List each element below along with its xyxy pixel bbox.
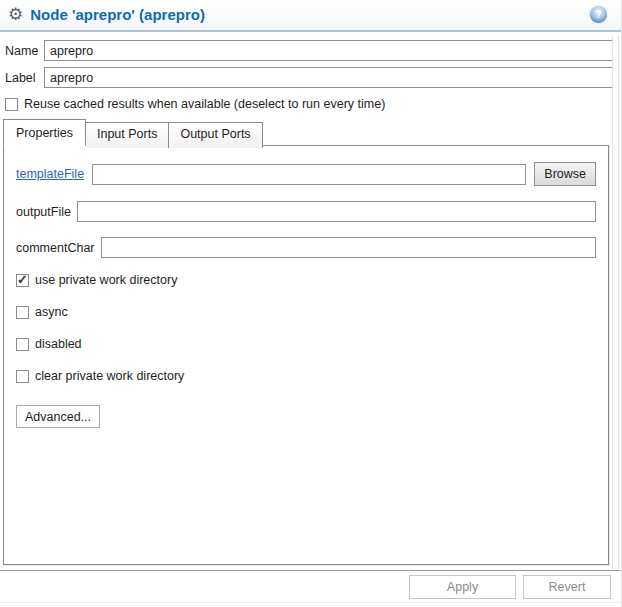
tab-output-ports[interactable]: Output Ports xyxy=(169,122,262,148)
browse-button[interactable]: Browse xyxy=(534,162,596,186)
reuse-cached-checkbox[interactable] xyxy=(5,98,18,111)
comment-char-input[interactable] xyxy=(101,237,597,258)
label-label: Label xyxy=(5,71,38,85)
async-label: async xyxy=(35,305,68,319)
template-file-input[interactable] xyxy=(92,164,526,185)
name-label: Name xyxy=(5,44,38,58)
apply-button[interactable]: Apply xyxy=(409,575,516,599)
output-file-input[interactable] xyxy=(77,201,596,222)
scrollbar-track[interactable] xyxy=(612,36,619,569)
use-private-work-directory-checkbox[interactable] xyxy=(16,274,29,287)
use-private-work-directory-label: use private work directory xyxy=(35,273,177,287)
label-input[interactable] xyxy=(44,67,615,88)
reuse-cached-label: Reuse cached results when available (des… xyxy=(24,97,385,111)
async-checkbox[interactable] xyxy=(16,306,29,319)
clear-private-work-directory-row: clear private work directory xyxy=(16,369,596,383)
clear-private-work-directory-label: clear private work directory xyxy=(35,369,184,383)
name-input[interactable] xyxy=(44,40,615,61)
template-file-link[interactable]: templateFile xyxy=(16,167,84,181)
tab-properties[interactable]: Properties xyxy=(3,119,86,146)
comment-char-row: commentChar xyxy=(16,237,596,258)
gear-icon: ⚙ xyxy=(8,6,23,23)
revert-button[interactable]: Revert xyxy=(523,575,611,599)
properties-tab-panel: templateFile Browse outputFile commentCh… xyxy=(3,145,609,565)
name-row: Name xyxy=(5,40,615,61)
disabled-row: disabled xyxy=(16,337,596,351)
advanced-button[interactable]: Advanced... xyxy=(16,405,100,428)
output-file-row: outputFile xyxy=(16,201,596,222)
tab-folder: Properties Input Ports Output Ports temp… xyxy=(3,119,609,565)
comment-char-label: commentChar xyxy=(16,241,95,255)
tab-bar: Properties Input Ports Output Ports xyxy=(3,119,609,145)
output-file-label: outputFile xyxy=(16,205,71,219)
help-icon[interactable]: ? xyxy=(590,6,607,23)
node-properties-panel: ⚙ Node 'aprepro' (aprepro) ? Name Label … xyxy=(0,0,622,607)
footer-button-bar: Apply Revert xyxy=(0,570,621,607)
template-file-row: templateFile Browse xyxy=(16,162,596,186)
reuse-cached-row: Reuse cached results when available (des… xyxy=(5,97,615,111)
use-private-work-directory-row: use private work directory xyxy=(16,273,596,287)
disabled-label: disabled xyxy=(35,337,82,351)
label-row: Label xyxy=(5,67,615,88)
async-row: async xyxy=(16,305,596,319)
panel-title: Node 'aprepro' (aprepro) xyxy=(30,6,590,23)
top-form: Name Label Reuse cached results when ava… xyxy=(0,32,621,111)
disabled-checkbox[interactable] xyxy=(16,338,29,351)
clear-private-work-directory-checkbox[interactable] xyxy=(16,370,29,383)
tab-input-ports[interactable]: Input Ports xyxy=(86,122,169,148)
panel-header: ⚙ Node 'aprepro' (aprepro) ? xyxy=(0,0,621,32)
